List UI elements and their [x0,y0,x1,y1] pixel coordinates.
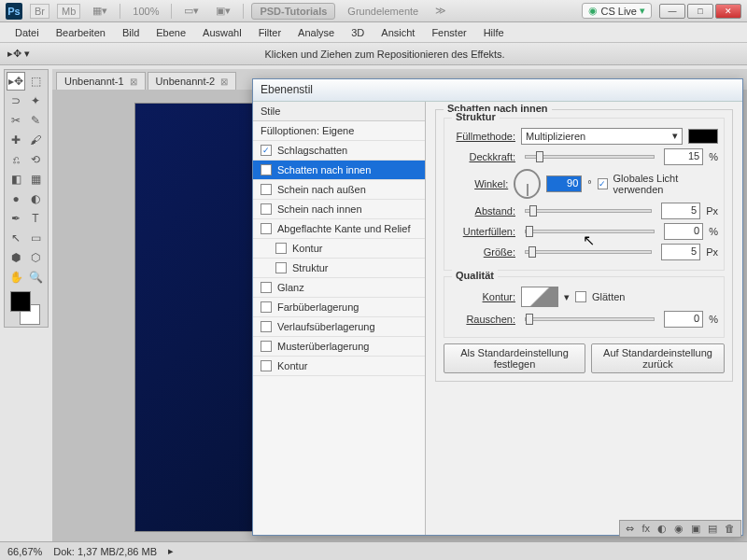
crop-tool[interactable]: ✂ [7,111,25,130]
checkbox[interactable]: ✓ [261,145,272,156]
move-tool[interactable]: ▸✥ [7,72,25,91]
checkbox[interactable] [261,282,272,293]
stamp-tool[interactable]: ⎌ [7,150,25,169]
noise-slider[interactable] [525,317,655,321]
wand-tool[interactable]: ✦ [26,91,45,110]
style-farbe[interactable]: Farbüberlagerung [253,298,425,317]
marquee-tool[interactable]: ⬚ [26,72,45,91]
checkbox[interactable] [261,321,272,332]
checkbox[interactable] [261,301,272,313]
global-light-checkbox[interactable]: ✓ [598,178,608,189]
eraser-tool[interactable]: ◧ [7,170,25,189]
color-swatch[interactable] [688,129,718,144]
3d-tool[interactable]: ⬢ [7,248,25,267]
close-icon[interactable]: ⊠ [130,77,137,87]
style-bevel[interactable]: Abgeflachte Kante und Relief [253,219,425,239]
workspace-grund[interactable]: Grundelemente [343,4,423,19]
choke-slider[interactable] [525,230,655,233]
screen-icon[interactable]: ▣▾ [211,3,235,19]
style-glanz[interactable]: Glanz [253,278,425,298]
menu-datei[interactable]: Datei [7,25,47,40]
mb-icon[interactable]: Mb [57,4,80,19]
pen-tool[interactable]: ✒ [7,209,25,228]
view-icon[interactable]: ▭▾ [179,3,204,19]
distance-input[interactable]: 5 [661,203,700,219]
checkbox[interactable] [261,184,272,195]
mask-icon[interactable]: ◐ [657,523,667,535]
zoom-level[interactable]: 100% [128,4,163,19]
status-doc[interactable]: Dok: 1,37 MB/2,86 MB [53,546,157,557]
heal-tool[interactable]: ✚ [7,131,25,149]
antialias-checkbox[interactable] [575,291,586,302]
status-zoom[interactable]: 66,67% [7,546,42,557]
doc-tab-1[interactable]: Unbenannt-1⊠ [56,72,146,90]
hand-tool[interactable]: ✋ [7,268,25,287]
style-schlagschatten[interactable]: ✓Schlagschatten [253,141,425,161]
style-bevel-struktur[interactable]: Struktur [253,259,425,278]
color-swatches[interactable] [7,291,44,325]
checkbox[interactable] [261,203,272,215]
styles-header[interactable]: Stile [253,102,425,121]
workspace-psd[interactable]: PSD-Tutorials [251,3,335,20]
trash-icon[interactable]: 🗑 [725,523,735,535]
more-icon[interactable]: ≫ [430,3,451,19]
eyedropper-tool[interactable]: ✎ [26,111,45,130]
blur-tool[interactable]: ● [7,189,25,208]
checkbox[interactable] [261,360,272,371]
shape-tool[interactable]: ▭ [26,229,45,247]
menu-auswahl[interactable]: Auswahl [195,25,249,40]
br-icon[interactable]: Br [30,4,49,19]
new-icon[interactable]: ▤ [708,523,717,535]
style-bevel-kontur[interactable]: Kontur [253,239,425,259]
size-slider[interactable] [525,250,652,254]
checkbox[interactable] [275,243,287,254]
style-schein-innen[interactable]: Schein nach innen [253,200,425,219]
style-verlauf[interactable]: Verlaufsüberlagerung [253,317,425,337]
menu-filter[interactable]: Filter [251,25,289,40]
menu-ansicht[interactable]: Ansicht [374,25,422,40]
minimize-button[interactable]: — [659,4,685,19]
layout-icon[interactable]: ▦▾ [88,3,112,19]
menu-bearbeiten[interactable]: Bearbeiten [49,25,113,40]
size-input[interactable]: 5 [661,244,700,260]
opacity-slider[interactable] [525,155,655,159]
dodge-tool[interactable]: ◐ [26,189,45,208]
fg-swatch[interactable] [10,291,31,312]
brush-tool[interactable]: 🖌 [26,131,45,149]
link-icon[interactable]: ⇔ [626,523,634,535]
angle-input[interactable]: 90 [546,175,582,192]
adjust-icon[interactable]: ◉ [674,523,684,535]
blend-options[interactable]: Fülloptionen: Eigene [253,121,425,141]
menu-bild[interactable]: Bild [115,25,147,40]
menu-hilfe[interactable]: Hilfe [476,25,512,40]
style-schatten-innen[interactable]: ✓Schatten nach innen [253,161,425,180]
checkbox[interactable]: ✓ [261,164,272,175]
style-kontur[interactable]: Kontur [253,357,425,376]
cslive-button[interactable]: ◉ CS Live ▾ [582,3,652,19]
choke-input[interactable]: 0 [664,223,703,240]
make-default-button[interactable]: Als Standardeinstellung festlegen [444,343,585,373]
3d-cam-tool[interactable]: ⬡ [26,248,45,267]
angle-dial[interactable] [514,169,541,199]
checkbox[interactable] [261,223,272,234]
history-tool[interactable]: ⟲ [26,150,45,169]
menu-3d[interactable]: 3D [344,25,372,40]
lasso-tool[interactable]: ⊃ [7,91,25,110]
opacity-input[interactable]: 15 [664,148,703,165]
checkbox[interactable] [261,341,272,352]
close-button[interactable]: ✕ [715,4,741,19]
zoom-tool[interactable]: 🔍 [26,268,45,287]
distance-slider[interactable] [525,209,652,213]
menu-analyse[interactable]: Analyse [290,25,342,40]
fx-icon[interactable]: fx [641,523,650,535]
contour-picker[interactable] [521,287,558,307]
folder-icon[interactable]: ▣ [691,523,700,535]
doc-tab-2[interactable]: Unbenannt-2⊠ [148,72,237,90]
noise-input[interactable]: 0 [664,311,703,328]
path-tool[interactable]: ↖ [7,229,25,247]
gradient-tool[interactable]: ▦ [26,170,45,189]
blendmode-select[interactable]: Multiplizieren [521,128,683,145]
close-icon[interactable]: ⊠ [220,77,228,87]
style-schein-aussen[interactable]: Schein nach außen [253,180,425,200]
menu-fenster[interactable]: Fenster [424,25,473,40]
